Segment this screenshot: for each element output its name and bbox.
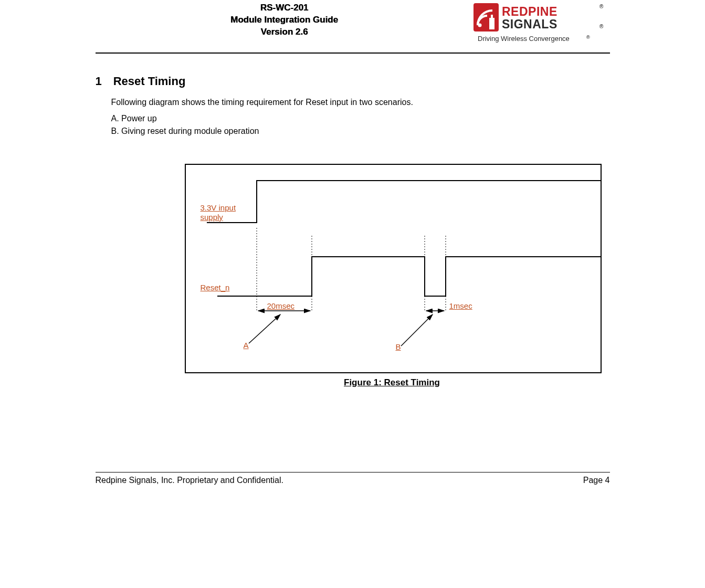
svg-text:®: ® xyxy=(599,4,604,9)
doc-title: Module Integration Guide xyxy=(96,14,473,26)
marker-b: B xyxy=(396,342,401,352)
svg-point-1 xyxy=(478,24,481,27)
scenario-a: A. Power up xyxy=(111,112,610,125)
svg-text:Driving Wireless Convergence: Driving Wireless Convergence xyxy=(478,35,570,43)
footer-right: Page 4 xyxy=(583,476,610,485)
svg-text:SIGNALS: SIGNALS xyxy=(502,17,557,31)
svg-text:REDPINE: REDPINE xyxy=(502,5,557,18)
brand-logo: REDPINE SIGNALS ® ® Driving Wireless Con… xyxy=(473,2,610,49)
footer-left: Redpine Signals, Inc. Proprietary and Co… xyxy=(96,476,283,485)
marker-a: A xyxy=(244,341,249,350)
header-divider xyxy=(96,52,610,54)
svg-rect-3 xyxy=(491,15,493,19)
svg-line-17 xyxy=(401,314,433,346)
time-b-label: 1msec xyxy=(449,301,472,311)
doc-version: Version 2.6 xyxy=(96,26,473,38)
section-title: Reset Timing xyxy=(113,75,186,88)
reset-label: Reset_n xyxy=(201,283,230,292)
section-number: 1 xyxy=(96,75,110,88)
svg-text:®: ® xyxy=(586,35,590,40)
svg-text:®: ® xyxy=(599,24,604,29)
timing-diagram: 3.3V input supply Reset_n 20msec 1msec A… xyxy=(185,164,602,373)
svg-rect-2 xyxy=(489,18,494,29)
figure-caption: Figure 1: Reset Timing xyxy=(185,377,599,388)
svg-rect-0 xyxy=(473,3,499,32)
time-a-label: 20msec xyxy=(267,301,295,311)
supply-label: 3.3V input supply xyxy=(201,203,250,222)
intro-text: Following diagram shows the timing requi… xyxy=(111,96,610,109)
doc-product: RS-WC-201 xyxy=(96,2,473,14)
svg-line-16 xyxy=(249,314,280,343)
scenario-b: B. Giving reset during module operation xyxy=(111,125,610,138)
